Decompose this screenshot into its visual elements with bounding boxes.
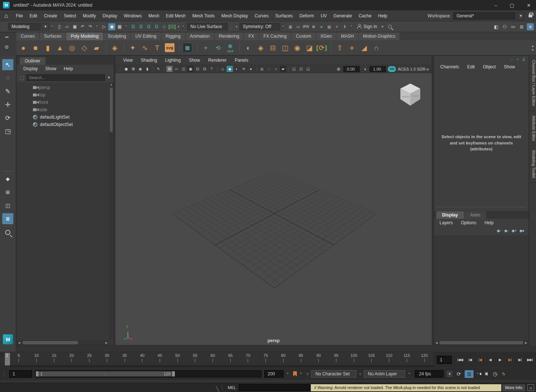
zoom-tool-icon[interactable] [5, 230, 10, 235]
menu-item[interactable]: Edit [26, 12, 41, 20]
layer-create-selected-icon[interactable]: ◆● [519, 228, 524, 233]
outliner-menu-item[interactable]: Help [61, 65, 76, 72]
layer-editor-menu-item[interactable]: Layers [436, 219, 456, 226]
shelf-gear-icon[interactable]: ⚙ [4, 44, 9, 50]
multisample-icon[interactable]: ○ [273, 66, 279, 72]
symmetry-field[interactable]: Symmetry: Off [240, 23, 280, 30]
modeling-toolkit-window-icon[interactable]: ▦ [183, 43, 192, 52]
time-tick[interactable]: 25 [81, 352, 98, 365]
time-tick[interactable]: 105 [363, 352, 380, 365]
shelf-tab[interactable]: MASH [336, 33, 359, 40]
search-icon[interactable] [388, 25, 392, 28]
workspace-lock-icon[interactable] [529, 14, 532, 17]
bevel-icon[interactable]: ◢ [359, 42, 370, 54]
resolution-gate-icon[interactable]: ◫ [180, 66, 187, 72]
layer-create-empty-icon[interactable]: ◆+ [512, 228, 516, 233]
step-forward-key-button[interactable]: ▶| [505, 355, 515, 365]
display-layers-icon[interactable]: ≡ [527, 23, 534, 30]
textured-icon[interactable]: ◐ [234, 66, 240, 72]
playback-range-bar[interactable]: 1 120 [36, 371, 175, 376]
menu-item[interactable]: File [13, 12, 26, 20]
menu-item[interactable]: Help [375, 12, 391, 20]
time-tick[interactable]: 70 [239, 352, 257, 365]
anim-layer-dropdown-icon[interactable]: ▽ [359, 372, 361, 376]
menu-item[interactable]: Windows [121, 12, 145, 20]
platonic-solid-icon[interactable]: ◈ [109, 42, 120, 54]
poly-cube-icon[interactable]: ■ [30, 42, 41, 54]
side-tab[interactable]: Attribute Editor [529, 111, 536, 146]
exposure-field[interactable]: 0.00 [343, 66, 360, 72]
group-toggle[interactable] [182, 24, 185, 30]
time-tick[interactable]: 55 [186, 352, 204, 365]
shelf-tab[interactable]: Rendering [214, 33, 244, 40]
poly-plane-icon[interactable]: ◇ [79, 42, 90, 54]
time-tick[interactable]: 110 [380, 352, 398, 365]
gate-mask-icon[interactable]: ▣ [187, 66, 194, 72]
channel-box-menu-item[interactable]: Edit [464, 64, 478, 70]
menu-item[interactable]: Edit Mesh [163, 12, 189, 20]
make-live-icon[interactable]: Ω [169, 23, 176, 30]
filter-frame-icon[interactable]: ⬚ [20, 75, 24, 81]
menu-item[interactable]: Mesh Display [218, 12, 251, 20]
outliner-horizontal-scrollbar[interactable]: ◀ ▶ [17, 340, 109, 345]
current-frame-marker[interactable]: 1 [5, 353, 10, 365]
attribute-editor-icon[interactable]: ≣ [518, 23, 525, 30]
group-toggle[interactable] [287, 371, 290, 377]
snap-dropdown-icon[interactable]: ▾ [177, 25, 180, 28]
select-object-icon[interactable]: ◉ [108, 23, 115, 30]
lasso-tool[interactable]: ◌ [2, 72, 13, 83]
graph-icon[interactable]: ∠ [522, 57, 526, 62]
isolate-add-icon[interactable]: ◰ [298, 66, 304, 72]
character-set-dropdown-icon[interactable]: ▽ [306, 372, 309, 376]
live-surface-dropdown-icon[interactable]: ▾ [235, 25, 238, 28]
range-slider-track[interactable]: 1 120 [35, 370, 262, 378]
outliner-item[interactable]: top [17, 91, 113, 99]
center-pivot-icon[interactable]: ⌖ [200, 42, 211, 54]
shelf-tab[interactable]: Animation [186, 33, 214, 40]
snap-grid-icon[interactable]: Ω [130, 23, 137, 30]
poly-cone-icon[interactable]: ▲ [54, 42, 65, 54]
scroll-right-icon[interactable]: ▶ [523, 341, 529, 344]
viewport-menu-item[interactable]: Panels [231, 57, 252, 64]
shelf-tab[interactable]: FX [244, 33, 259, 40]
viewport-menu-item[interactable]: Lighting [161, 57, 185, 64]
outliner-tab[interactable]: Outliner [20, 57, 45, 65]
shelf-scroll-up-icon[interactable]: ▲ [531, 44, 534, 48]
poly-sphere-icon[interactable]: ● [18, 42, 29, 54]
time-tick[interactable]: 90 [310, 352, 328, 365]
poly-torus-icon[interactable]: ◎ [67, 42, 78, 54]
time-tick[interactable]: 40 [133, 352, 151, 365]
shelf-tab[interactable]: Rigging [161, 33, 186, 40]
time-tick[interactable]: 45 [151, 352, 169, 365]
speed-state-icon[interactable]: ◔ [516, 57, 519, 62]
time-tick[interactable]: 30 [98, 352, 116, 365]
outliner-persp-layout[interactable]: ≣ [2, 213, 13, 224]
menu-set-select[interactable]: Modeling [8, 23, 41, 30]
scroll-left-icon[interactable]: ◀ [17, 341, 22, 344]
evaluation-mode-icon[interactable]: ϟ [501, 371, 506, 377]
time-tick[interactable]: 115 [398, 352, 415, 365]
time-tick[interactable]: 65 [221, 352, 239, 365]
shelf-tab[interactable]: FX Caching [259, 33, 292, 40]
shelf-tab[interactable]: Poly Modeling [66, 33, 103, 40]
outliner-item[interactable]: defaultLightSet [17, 113, 113, 121]
layer-move-down-icon[interactable]: ◆↓ [504, 228, 509, 233]
exposure-icon[interactable]: ⊛ [335, 66, 342, 72]
pause-viewport-icon[interactable]: ‖ [341, 23, 348, 30]
shelf-tab-toggle-icon[interactable]: ▬ [5, 35, 9, 38]
scroll-right-icon[interactable]: ▶ [104, 341, 109, 344]
time-tick[interactable]: 20 [63, 352, 81, 365]
boolean-icon[interactable]: ◐ [243, 42, 254, 54]
viewport-canvas[interactable]: FRONT RIGHT y persp [115, 73, 432, 345]
shelf-tab[interactable]: Surfaces [40, 33, 66, 40]
outliner-item[interactable]: front [17, 99, 113, 106]
extrude-icon[interactable]: ⇧ [334, 42, 345, 54]
group-toggle[interactable] [51, 24, 54, 30]
resize-grip-icon[interactable]: ╲ [216, 386, 219, 392]
toolbar-grip[interactable] [119, 67, 121, 72]
fps-select[interactable]: 24 fps [415, 370, 444, 378]
menu-item[interactable]: Select [61, 12, 79, 20]
svg-tool-icon[interactable]: svg [165, 43, 174, 52]
menu-item[interactable]: Mesh [145, 12, 162, 20]
render-setup-icon[interactable]: ▤ [326, 23, 333, 30]
